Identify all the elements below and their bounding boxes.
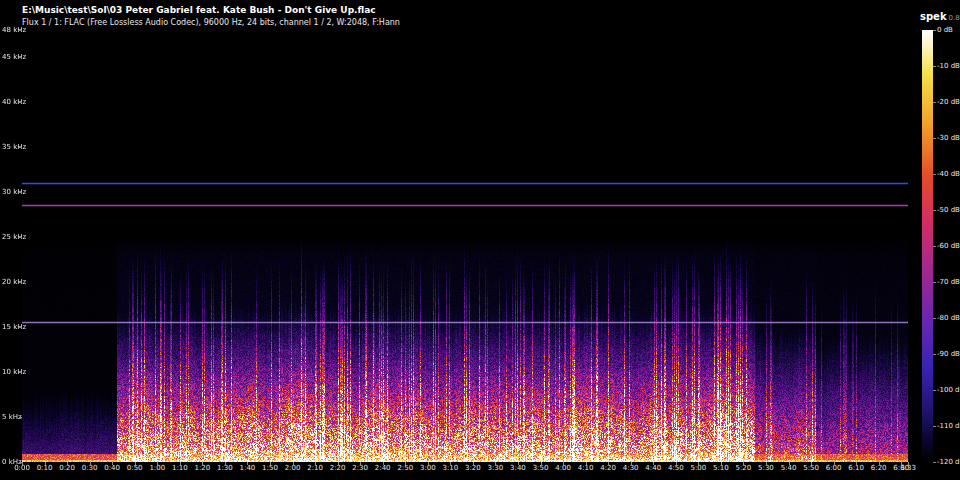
time-axis-label: 3:40 bbox=[510, 464, 526, 472]
freq-tick bbox=[19, 327, 22, 328]
time-axis-label: 4:50 bbox=[668, 464, 684, 472]
time-axis-label: 5:30 bbox=[758, 464, 774, 472]
time-tick bbox=[743, 462, 744, 465]
time-tick bbox=[90, 462, 91, 465]
time-axis-label: 0:10 bbox=[37, 464, 53, 472]
time-axis-label: 1:20 bbox=[194, 464, 210, 472]
time-axis-label: 0:40 bbox=[104, 464, 120, 472]
time-tick bbox=[608, 462, 609, 465]
time-axis-label: 6:33 bbox=[900, 464, 916, 472]
db-tick bbox=[933, 282, 936, 283]
app-logo: spek0.8.5 bbox=[920, 5, 960, 24]
time-tick bbox=[112, 462, 113, 465]
time-axis-label: 1:50 bbox=[262, 464, 278, 472]
db-axis-label: 0 dB bbox=[937, 26, 953, 34]
time-tick bbox=[586, 462, 587, 465]
freq-axis-label: 20 kHz bbox=[2, 278, 26, 286]
time-tick bbox=[495, 462, 496, 465]
time-axis-label: 4:40 bbox=[645, 464, 661, 472]
freq-axis-label: 15 kHz bbox=[2, 323, 26, 331]
stream-info: Flux 1 / 1: FLAC (Free Lossless Audio Co… bbox=[22, 18, 400, 27]
time-tick bbox=[67, 462, 68, 465]
freq-axis-label: 25 kHz bbox=[2, 233, 26, 241]
time-axis-label: 2:50 bbox=[397, 464, 413, 472]
time-tick bbox=[360, 462, 361, 465]
db-axis-label: -40 dB bbox=[937, 170, 960, 178]
time-axis-label: 4:30 bbox=[623, 464, 639, 472]
freq-tick bbox=[19, 417, 22, 418]
time-tick bbox=[631, 462, 632, 465]
time-tick bbox=[202, 462, 203, 465]
db-tick bbox=[933, 66, 936, 67]
db-axis-label: -110 dB bbox=[937, 422, 960, 430]
time-axis-label: 3:00 bbox=[420, 464, 436, 472]
db-tick bbox=[933, 462, 936, 463]
db-tick bbox=[933, 102, 936, 103]
time-axis-label: 5:40 bbox=[781, 464, 797, 472]
freq-axis-label: 35 kHz bbox=[2, 143, 26, 151]
freq-axis-label: 10 kHz bbox=[2, 368, 26, 376]
time-tick bbox=[157, 462, 158, 465]
time-axis-label: 1:00 bbox=[149, 464, 165, 472]
db-axis-label: -120 dB bbox=[937, 458, 960, 466]
app-name: spek bbox=[920, 11, 947, 22]
db-axis-label: -50 dB bbox=[937, 206, 960, 214]
freq-axis-label: 45 kHz bbox=[2, 53, 26, 61]
time-tick bbox=[225, 462, 226, 465]
time-axis-label: 0:00 bbox=[14, 464, 30, 472]
freq-axis-label: 30 kHz bbox=[2, 188, 26, 196]
freq-tick bbox=[19, 372, 22, 373]
time-tick bbox=[405, 462, 406, 465]
time-axis-label: 4:00 bbox=[555, 464, 571, 472]
time-axis-label: 0:30 bbox=[82, 464, 98, 472]
time-tick bbox=[789, 462, 790, 465]
db-tick bbox=[933, 354, 936, 355]
db-tick bbox=[933, 426, 936, 427]
time-axis-label: 4:10 bbox=[578, 464, 594, 472]
time-tick bbox=[428, 462, 429, 465]
db-legend-gradient bbox=[922, 30, 933, 462]
time-tick bbox=[653, 462, 654, 465]
db-axis-label: -10 dB bbox=[937, 62, 960, 70]
time-axis-label: 6:00 bbox=[826, 464, 842, 472]
time-tick bbox=[834, 462, 835, 465]
app-version: 0.8.5 bbox=[949, 14, 960, 22]
time-tick bbox=[270, 462, 271, 465]
db-axis-label: -100 dB bbox=[937, 386, 960, 394]
freq-axis-label: 40 kHz bbox=[2, 98, 26, 106]
time-tick bbox=[811, 462, 812, 465]
db-axis-label: -70 dB bbox=[937, 278, 960, 286]
time-axis-label: 6:10 bbox=[848, 464, 864, 472]
db-tick bbox=[933, 246, 936, 247]
freq-tick bbox=[19, 102, 22, 103]
freq-tick bbox=[19, 30, 22, 31]
freq-axis-label: 48 kHz bbox=[2, 26, 26, 34]
spek-window: E:\Music\test\Sol\03 Peter Gabriel feat.… bbox=[0, 0, 960, 480]
time-tick bbox=[383, 462, 384, 465]
time-tick bbox=[908, 462, 909, 465]
db-tick bbox=[933, 390, 936, 391]
time-axis-label: 5:20 bbox=[736, 464, 752, 472]
time-tick bbox=[856, 462, 857, 465]
db-axis-label: -30 dB bbox=[937, 134, 960, 142]
db-axis-label: -90 dB bbox=[937, 350, 960, 358]
freq-tick bbox=[19, 57, 22, 58]
time-axis-label: 1:40 bbox=[240, 464, 256, 472]
time-tick bbox=[698, 462, 699, 465]
time-axis-label: 2:30 bbox=[352, 464, 368, 472]
freq-tick bbox=[19, 282, 22, 283]
time-axis-label: 2:40 bbox=[375, 464, 391, 472]
time-tick bbox=[473, 462, 474, 465]
time-tick bbox=[541, 462, 542, 465]
time-tick bbox=[247, 462, 248, 465]
freq-tick bbox=[19, 192, 22, 193]
time-tick bbox=[315, 462, 316, 465]
time-tick bbox=[879, 462, 880, 465]
time-axis-label: 2:00 bbox=[285, 464, 301, 472]
time-axis-label: 0:20 bbox=[59, 464, 75, 472]
time-tick bbox=[721, 462, 722, 465]
time-axis-label: 3:20 bbox=[465, 464, 481, 472]
db-tick bbox=[933, 138, 936, 139]
time-axis-label: 5:00 bbox=[690, 464, 706, 472]
time-tick bbox=[45, 462, 46, 465]
